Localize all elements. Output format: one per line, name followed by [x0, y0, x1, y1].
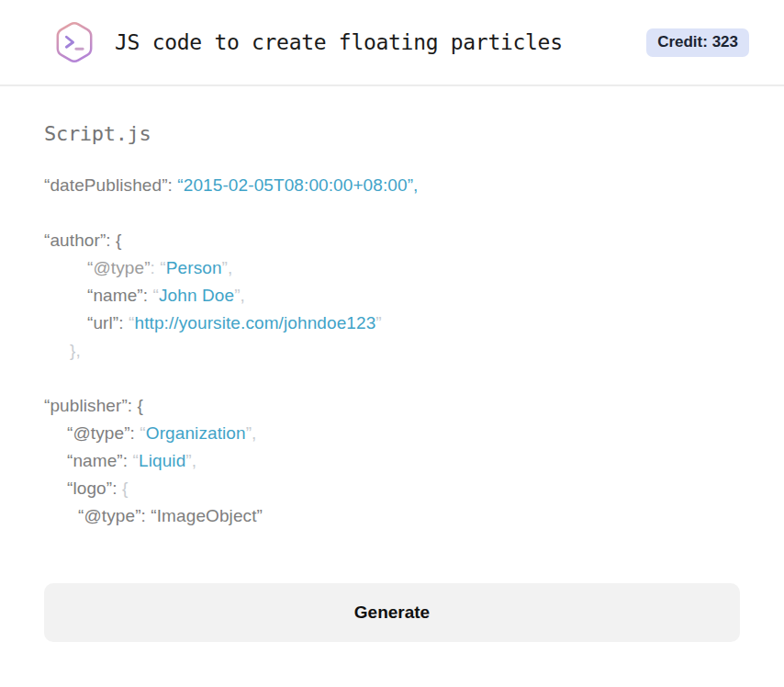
code-line: “author”: {	[44, 227, 740, 254]
code-line: “name”: “Liquid”,	[44, 447, 740, 475]
code-line: },	[44, 337, 740, 365]
generate-button[interactable]: Generate	[44, 583, 740, 642]
header: JS code to create floating particles Cre…	[0, 0, 784, 86]
code-line: “datePublished”: “2015-02-05T08:00:00+08…	[44, 172, 740, 199]
terminal-prompt-hexagon-icon	[53, 19, 95, 65]
main-content: Script.js “datePublished”: “2015-02-05T0…	[0, 122, 784, 642]
code-block: “datePublished”: “2015-02-05T08:00:00+08…	[44, 172, 740, 530]
code-line: “@type”: “Person”,	[44, 254, 740, 282]
code-line: “publisher”: {	[44, 392, 740, 420]
credit-badge: Credit: 323	[646, 28, 749, 57]
page-title: JS code to create floating particles	[115, 30, 563, 54]
code-line: “logo”: {	[44, 475, 740, 502]
filename-label: Script.js	[44, 122, 740, 145]
code-line: “url”: “http://yoursite.com/johndoe123”	[44, 310, 740, 337]
code-blank-line	[44, 365, 740, 392]
code-line: “@type”: “Organization”,	[44, 420, 740, 447]
code-line: “name”: “John Doe”,	[44, 282, 740, 310]
code-blank-line	[44, 199, 740, 227]
code-line: “@type”: “ImageObject”	[44, 502, 740, 530]
